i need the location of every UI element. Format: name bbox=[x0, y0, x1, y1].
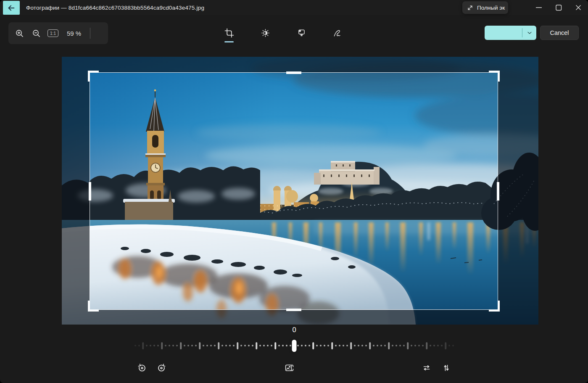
ruler-tick bbox=[290, 345, 291, 346]
save-options-button[interactable] bbox=[522, 26, 536, 40]
ruler-tick bbox=[305, 345, 306, 346]
ruler-tick bbox=[399, 345, 401, 346]
close-button[interactable] bbox=[568, 0, 588, 15]
rotate-cw-button[interactable] bbox=[153, 359, 170, 376]
ruler-tick bbox=[278, 345, 280, 346]
ruler-tick bbox=[365, 345, 367, 346]
crop-handle-bottom-left[interactable] bbox=[88, 301, 99, 312]
ruler-tick bbox=[441, 345, 443, 346]
ruler-tick bbox=[229, 345, 231, 346]
ruler-tick bbox=[361, 345, 363, 346]
ruler-tick bbox=[358, 345, 359, 346]
ruler-tick bbox=[384, 345, 386, 346]
ruler-tick bbox=[274, 342, 276, 349]
ruler-tick bbox=[157, 345, 159, 346]
crop-icon bbox=[224, 28, 234, 38]
edit-tools bbox=[221, 24, 346, 41]
ruler-tick bbox=[195, 345, 197, 346]
flip-horizontal-icon bbox=[422, 363, 432, 373]
zoom-level: 59 % bbox=[61, 30, 87, 37]
window-title: Фотографии — 8d1fca664c862c6703883bb5564… bbox=[26, 0, 204, 15]
ruler-tick bbox=[388, 342, 390, 349]
ruler-tick bbox=[316, 345, 318, 346]
ruler-tick bbox=[373, 345, 374, 346]
cancel-button[interactable]: Cancel bbox=[540, 26, 579, 40]
adjust-tool-button[interactable] bbox=[257, 24, 274, 41]
ruler-tick bbox=[437, 345, 439, 346]
crop-handle-bottom[interactable] bbox=[286, 309, 301, 311]
crop-handle-left[interactable] bbox=[89, 182, 91, 201]
maximize-button[interactable] bbox=[548, 0, 568, 15]
fullscreen-expand-icon bbox=[467, 5, 473, 11]
crop-handle-top-right[interactable] bbox=[489, 71, 500, 82]
maximize-icon bbox=[554, 3, 563, 12]
ruler-tick bbox=[248, 345, 250, 346]
one-to-one-button[interactable]: 1:1 bbox=[47, 29, 58, 37]
fullscreen-button[interactable]: Полный эк bbox=[462, 1, 508, 14]
filter-tool-button[interactable] bbox=[293, 24, 310, 41]
save-button[interactable] bbox=[485, 26, 522, 40]
ruler-tick bbox=[176, 345, 178, 346]
ruler-tick bbox=[380, 345, 382, 346]
ruler-tick bbox=[150, 345, 151, 346]
ruler-tick bbox=[240, 345, 242, 346]
draw-tool-button[interactable] bbox=[329, 24, 346, 41]
ruler-tick bbox=[418, 345, 420, 346]
crop-handle-right[interactable] bbox=[497, 182, 499, 201]
back-button[interactable] bbox=[3, 1, 20, 15]
ruler-tick bbox=[210, 345, 212, 346]
straighten-angle-value: 0 bbox=[273, 326, 315, 334]
ruler-tick bbox=[327, 345, 329, 346]
ruler-tick bbox=[354, 345, 356, 346]
ruler-tick bbox=[187, 345, 189, 346]
ruler-tick bbox=[433, 345, 435, 346]
crop-tool-button[interactable] bbox=[221, 24, 237, 41]
flip-vertical-button[interactable] bbox=[438, 359, 455, 376]
ruler-tick bbox=[259, 345, 261, 346]
ruler-tick bbox=[214, 345, 216, 346]
flip-horizontal-button[interactable] bbox=[418, 359, 435, 376]
minimize-button[interactable] bbox=[529, 0, 548, 15]
crop-handle-top-left[interactable] bbox=[88, 71, 99, 82]
draw-icon bbox=[333, 28, 343, 38]
ruler-tick bbox=[142, 342, 144, 349]
ruler-tick bbox=[206, 345, 208, 346]
ruler-tick bbox=[138, 345, 140, 346]
ruler-tick bbox=[320, 345, 322, 346]
ruler-tick bbox=[218, 342, 219, 349]
ruler-tick bbox=[422, 345, 424, 346]
ruler-tick bbox=[153, 345, 155, 346]
aspect-ratio-button[interactable] bbox=[281, 359, 298, 376]
rotate-ccw-button[interactable] bbox=[134, 359, 150, 376]
ruler-tick bbox=[233, 345, 235, 346]
ruler-tick bbox=[403, 345, 405, 346]
photos-editor-window: Фотографии — 8d1fca664c862c6703883bb5564… bbox=[0, 0, 588, 383]
ruler-tick bbox=[286, 345, 287, 346]
ruler-tick bbox=[430, 345, 431, 346]
ruler-tick bbox=[203, 345, 204, 346]
filter-icon bbox=[297, 28, 306, 38]
ruler-tick bbox=[271, 345, 272, 346]
photo-canvas bbox=[62, 57, 538, 325]
crop-handle-top[interactable] bbox=[286, 71, 301, 74]
minimize-icon bbox=[535, 3, 543, 12]
ruler-tick bbox=[414, 345, 416, 346]
save-split-button bbox=[485, 26, 536, 40]
zoom-in-icon bbox=[15, 29, 24, 38]
ruler-tick bbox=[346, 345, 348, 346]
ruler-tick bbox=[339, 345, 340, 346]
zoom-out-button[interactable] bbox=[28, 25, 45, 42]
ruler-tick bbox=[343, 345, 344, 346]
zoom-in-button[interactable] bbox=[11, 25, 28, 42]
cancel-label: Cancel bbox=[550, 29, 569, 36]
ruler-tick bbox=[369, 342, 371, 349]
straighten-ruler[interactable] bbox=[135, 339, 454, 352]
ruler-tick bbox=[169, 345, 170, 346]
crop-box[interactable] bbox=[90, 72, 498, 310]
flip-vertical-icon bbox=[441, 363, 451, 373]
ruler-tick bbox=[134, 345, 136, 346]
straighten-handle[interactable] bbox=[292, 340, 297, 352]
crop-handle-bottom-right[interactable] bbox=[489, 301, 500, 312]
rotate-cw-icon bbox=[156, 363, 166, 373]
ruler-tick bbox=[199, 342, 200, 349]
